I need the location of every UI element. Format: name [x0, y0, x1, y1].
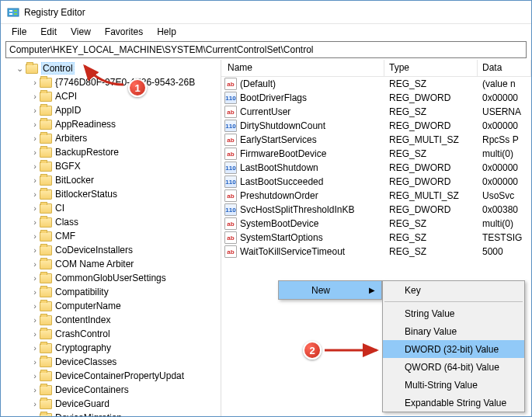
- list-row[interactable]: abEarlyStartServicesREG_MULTI_SZRpcSs P: [221, 133, 531, 147]
- expand-icon[interactable]: ›: [30, 148, 40, 157]
- tree-node[interactable]: ›BitLocker: [1, 173, 221, 187]
- expand-icon[interactable]: ›: [30, 329, 40, 339]
- expand-icon[interactable]: ›: [30, 106, 40, 115]
- expand-icon[interactable]: ›: [30, 287, 40, 297]
- folder-icon: [40, 148, 52, 158]
- list-row[interactable]: abSystemStartOptionsREG_SZTESTSIG: [221, 231, 531, 245]
- expand-icon[interactable]: ›: [30, 162, 40, 171]
- tree-node[interactable]: ›DeviceMigration: [1, 411, 221, 416]
- value-name: WaitToKillServiceTimeout: [240, 246, 345, 257]
- col-data[interactable]: Data: [478, 60, 531, 76]
- menu-item[interactable]: DWORD (32-bit) Value: [383, 340, 524, 358]
- tree-node[interactable]: ›CrashControl: [1, 327, 221, 341]
- folder-icon: [40, 357, 52, 367]
- tree-node[interactable]: ›CI: [1, 201, 221, 215]
- expand-icon[interactable]: ›: [30, 120, 40, 129]
- tree-node[interactable]: ›DeviceGuard: [1, 397, 221, 411]
- expand-icon[interactable]: ›: [30, 217, 40, 227]
- expand-icon[interactable]: ›: [30, 203, 40, 213]
- expand-icon[interactable]: ›: [30, 134, 40, 143]
- svg-rect-4: [14, 13, 17, 15]
- value-type: REG_DWORD: [384, 162, 478, 173]
- tree-label: BackupRestore: [55, 147, 119, 158]
- expand-icon[interactable]: ›: [30, 189, 40, 199]
- tree-node[interactable]: ›Arbiters: [1, 131, 221, 145]
- list-row[interactable]: 110DirtyShutdownCountREG_DWORD0x00000: [221, 119, 531, 133]
- menu-item-new[interactable]: New ▶: [279, 281, 381, 299]
- menu-item[interactable]: Key: [383, 281, 524, 299]
- expand-icon[interactable]: ›: [30, 385, 40, 394]
- tree-node[interactable]: ›AppReadiness: [1, 117, 221, 131]
- value-type: REG_DWORD: [384, 176, 478, 187]
- list-row[interactable]: 110LastBootSucceededREG_DWORD0x00000: [221, 175, 531, 189]
- menu-edit[interactable]: Edit: [34, 25, 63, 39]
- tree-node[interactable]: ›Class: [1, 215, 221, 229]
- list-row[interactable]: abPreshutdownOrderREG_MULTI_SZUsoSvc: [221, 189, 531, 203]
- folder-icon: [40, 385, 52, 395]
- col-name[interactable]: Name: [221, 60, 384, 76]
- menu-file[interactable]: File: [5, 25, 33, 39]
- tree-node[interactable]: ›ComputerName: [1, 299, 221, 313]
- folder-icon: [40, 92, 52, 102]
- list-row[interactable]: 110LastBootShutdownREG_DWORD0x00000: [221, 161, 531, 175]
- tree-node[interactable]: ›BackupRestore: [1, 145, 221, 159]
- expand-icon[interactable]: ›: [30, 343, 40, 353]
- expand-icon[interactable]: ›: [30, 273, 40, 283]
- menu-favorites[interactable]: Favorites: [99, 25, 149, 39]
- list-row[interactable]: 110SvcHostSplitThresholdInKBREG_DWORD0x0…: [221, 203, 531, 217]
- expand-icon[interactable]: ›: [30, 413, 40, 416]
- expand-icon[interactable]: ›: [30, 371, 40, 381]
- menu-item[interactable]: QWORD (64-bit) Value: [383, 358, 524, 376]
- address-bar[interactable]: Computer\HKEY_LOCAL_MACHINE\SYSTEM\Curre…: [5, 41, 527, 58]
- tree-node[interactable]: ›{7746D80F-97E0-4E26-9543-26B: [1, 75, 221, 89]
- tree-node[interactable]: ›BitlockerStatus: [1, 187, 221, 201]
- tree-node[interactable]: ›ACPI: [1, 89, 221, 103]
- expand-icon[interactable]: ›: [30, 259, 40, 269]
- expand-icon[interactable]: ›: [30, 357, 40, 367]
- menu-help[interactable]: Help: [151, 25, 183, 39]
- value-data: multi(0): [478, 148, 531, 159]
- tree-node[interactable]: ›DeviceContainerPropertyUpdat: [1, 369, 221, 383]
- list-row[interactable]: abSystemBootDeviceREG_SZmulti(0): [221, 217, 531, 231]
- menu-view[interactable]: View: [64, 25, 97, 39]
- expand-icon[interactable]: ›: [30, 301, 40, 311]
- list-row[interactable]: abWaitToKillServiceTimeoutREG_SZ5000: [221, 245, 531, 259]
- tree-node[interactable]: ›ContentIndex: [1, 313, 221, 327]
- tree-node[interactable]: ›Compatibility: [1, 285, 221, 299]
- expand-icon[interactable]: ›: [30, 231, 40, 241]
- tree-node[interactable]: ›CoDeviceInstallers: [1, 243, 221, 257]
- folder-icon: [40, 231, 52, 242]
- tree-label: BitLocker: [55, 175, 94, 186]
- tree-panel[interactable]: ⌄ Control ›{7746D80F-97E0-4E26-9543-26B›…: [1, 60, 221, 416]
- tree-node[interactable]: ›BGFX: [1, 159, 221, 173]
- tree-node[interactable]: ›CMF: [1, 229, 221, 243]
- list-row[interactable]: abFirmwareBootDeviceREG_SZmulti(0): [221, 147, 531, 161]
- menu-item[interactable]: Binary Value: [383, 322, 524, 340]
- tree-node[interactable]: ›COM Name Arbiter: [1, 257, 221, 271]
- tree-node[interactable]: ›Cryptography: [1, 341, 221, 355]
- expand-icon[interactable]: ›: [30, 175, 40, 185]
- menu-item[interactable]: String Value: [383, 304, 524, 322]
- tree-label: BGFX: [55, 161, 81, 172]
- expand-icon[interactable]: ›: [30, 92, 40, 101]
- tree-label: Class: [55, 217, 78, 228]
- menu-item[interactable]: Multi-String Value: [383, 376, 524, 394]
- tree-node[interactable]: ›CommonGlobUserSettings: [1, 271, 221, 285]
- tree-label: CMF: [55, 231, 75, 242]
- col-type[interactable]: Type: [384, 60, 478, 76]
- tree-node[interactable]: ›DeviceClasses: [1, 355, 221, 369]
- expand-icon[interactable]: ›: [30, 399, 40, 408]
- collapse-icon[interactable]: ⌄: [15, 64, 24, 74]
- expand-icon[interactable]: ›: [30, 78, 40, 87]
- svg-rect-3: [14, 10, 17, 12]
- tree-node-control[interactable]: ⌄ Control: [1, 61, 221, 75]
- menu-item[interactable]: Expandable String Value: [383, 394, 524, 412]
- tree-label: BitlockerStatus: [55, 189, 117, 200]
- tree-node[interactable]: ›AppID: [1, 103, 221, 117]
- list-row[interactable]: 110BootDriverFlagsREG_DWORD0x00000: [221, 91, 531, 105]
- list-row[interactable]: abCurrentUserREG_SZUSERNA: [221, 105, 531, 119]
- expand-icon[interactable]: ›: [30, 315, 40, 325]
- tree-node[interactable]: ›DeviceContainers: [1, 383, 221, 397]
- list-row[interactable]: ab(Default)REG_SZ(value n: [221, 77, 531, 91]
- expand-icon[interactable]: ›: [30, 245, 40, 255]
